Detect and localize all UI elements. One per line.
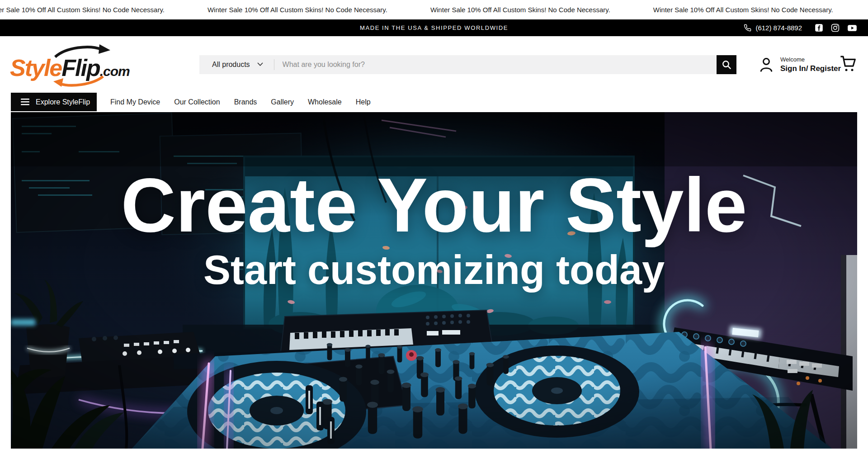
nav-item-brands[interactable]: Brands	[234, 98, 257, 106]
logo[interactable]: Style Flip .com	[10, 50, 130, 80]
hero-image	[11, 112, 857, 449]
topbar-message: MADE IN THE USA & SHIPPED WORLDWIDE	[360, 24, 508, 31]
cart-button[interactable]	[839, 55, 857, 74]
marquee-item: Winter Sale 10% Off All Custom Skins! No…	[208, 6, 387, 14]
nav-item-find-my-device[interactable]: Find My Device	[110, 98, 160, 106]
nav-item-our-collection[interactable]: Our Collection	[174, 98, 220, 106]
facebook-icon	[815, 24, 823, 32]
social-links	[815, 24, 857, 32]
chevron-down-icon	[257, 62, 263, 66]
hamburger-icon	[21, 99, 29, 105]
marquee-item: Winter Sale 10% Off All Custom Skins! No…	[430, 6, 610, 14]
account-button[interactable]: Welcome Sign In/ Register	[758, 56, 841, 74]
signin-register-label: Sign In/ Register	[780, 64, 841, 73]
topbar: MADE IN THE USA & SHIPPED WORLDWIDE (612…	[0, 19, 868, 36]
marquee-item: Winter Sale 10% Off All Custom Skins! No…	[0, 6, 165, 14]
instagram-icon	[831, 24, 840, 32]
logo-flip-arrow-bottom-icon	[53, 75, 107, 87]
explore-label: Explore StyleFlip	[36, 98, 90, 106]
marquee-item: Winter Sale 10% Off All Custom Skins! No…	[653, 6, 833, 14]
main-nav: Explore StyleFlip Find My Device Our Col…	[0, 93, 868, 111]
marquee-track: Winter Sale 10% Off All Custom Skins! No…	[0, 6, 868, 14]
instagram-link[interactable]	[831, 24, 840, 32]
search-input[interactable]	[274, 55, 717, 74]
nav-links: Find My Device Our Collection Brands Gal…	[110, 93, 371, 111]
search-bar: All products	[199, 55, 736, 74]
hero-banner: Create Your Style Start customizing toda…	[11, 112, 857, 449]
topbar-right: (612) 874-8892	[744, 19, 857, 36]
youtube-link[interactable]	[847, 24, 857, 32]
header: Style Flip .com All products Welcome Sig…	[0, 36, 868, 93]
nav-item-wholesale[interactable]: Wholesale	[308, 98, 342, 106]
search-button[interactable]	[717, 55, 736, 74]
explore-styleflip-button[interactable]: Explore StyleFlip	[11, 93, 97, 111]
youtube-icon	[847, 24, 857, 32]
announcement-bar: Winter Sale 10% Off All Custom Skins! No…	[0, 0, 868, 19]
phone-link[interactable]: (612) 874-8892	[744, 24, 802, 32]
facebook-link[interactable]	[815, 24, 823, 32]
cart-icon	[839, 55, 857, 73]
user-icon	[758, 56, 775, 74]
phone-icon	[744, 24, 751, 32]
logo-flip-arrow-top-icon	[52, 43, 110, 59]
nav-item-help[interactable]: Help	[356, 98, 371, 106]
nav-item-gallery[interactable]: Gallery	[271, 98, 294, 106]
phone-number: (612) 874-8892	[755, 24, 802, 32]
search-category-label: All products	[212, 61, 250, 69]
search-category-dropdown[interactable]: All products	[199, 55, 274, 74]
welcome-label: Welcome	[780, 56, 841, 63]
search-icon	[721, 59, 732, 70]
